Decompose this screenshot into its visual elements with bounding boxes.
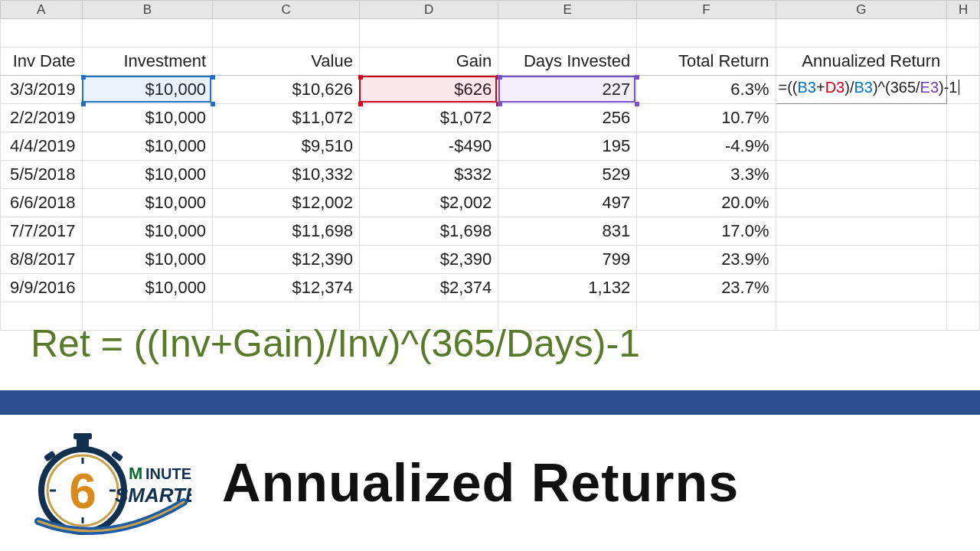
cell-B9[interactable]: $10,000 bbox=[82, 246, 213, 274]
cell-B3[interactable]: $10,000 bbox=[82, 76, 213, 104]
cell-F8[interactable]: 17.0% bbox=[637, 217, 776, 246]
col-header-H[interactable]: H bbox=[947, 1, 980, 19]
header-cell-H[interactable] bbox=[947, 47, 980, 76]
cell-E9[interactable]: 799 bbox=[498, 246, 637, 274]
cell-F6[interactable]: 3.3% bbox=[637, 161, 776, 189]
cell-C3[interactable]: $10,626 bbox=[213, 76, 360, 104]
cell-A9[interactable]: 8/8/2017 bbox=[1, 246, 83, 274]
empty-cell[interactable] bbox=[776, 19, 947, 47]
cell-A8[interactable]: 7/7/2017 bbox=[1, 217, 83, 246]
formula-caption: Ret = ((Inv+Gain)/Inv)^(365/Days)-1 bbox=[31, 321, 965, 366]
cell-A7[interactable]: 6/6/2018 bbox=[1, 189, 83, 217]
cell-A5[interactable]: 4/4/2019 bbox=[1, 132, 83, 161]
header-cell-C[interactable]: Value bbox=[213, 47, 360, 76]
cell-H6[interactable] bbox=[947, 161, 980, 189]
table-row[interactable]: 8/8/2017$10,000$12,390$2,39079923.9% bbox=[1, 246, 980, 274]
cell-A6[interactable]: 5/5/2018 bbox=[1, 161, 83, 189]
cell-E4[interactable]: 256 bbox=[498, 104, 637, 132]
cell-B6[interactable]: $10,000 bbox=[82, 161, 213, 189]
cell-D7[interactable]: $2,002 bbox=[359, 189, 498, 217]
cell-D8[interactable]: $1,698 bbox=[359, 217, 498, 246]
cell-E7[interactable]: 497 bbox=[498, 189, 637, 217]
cell-G8[interactable] bbox=[776, 217, 947, 246]
cell-G4[interactable] bbox=[776, 104, 947, 132]
cell-E8[interactable]: 831 bbox=[498, 217, 637, 246]
cell-C9[interactable]: $12,390 bbox=[213, 246, 360, 274]
cell-B10[interactable]: $10,000 bbox=[82, 274, 213, 302]
empty-cell[interactable] bbox=[637, 19, 776, 47]
cell-C10[interactable]: $12,374 bbox=[213, 274, 360, 302]
empty-cell[interactable] bbox=[82, 19, 213, 47]
cell-D3[interactable]: $626 bbox=[359, 76, 498, 104]
table-row[interactable]: 4/4/2019$10,000$9,510-$490195-4.9% bbox=[1, 132, 980, 161]
col-header-G[interactable]: G bbox=[776, 1, 947, 19]
cell-F10[interactable]: 23.7% bbox=[637, 274, 776, 302]
column-headers[interactable]: A B C D E F G H bbox=[1, 1, 980, 19]
cell-E5[interactable]: 195 bbox=[498, 132, 637, 161]
cell-B5[interactable]: $10,000 bbox=[82, 132, 213, 161]
cell-G7[interactable] bbox=[776, 189, 947, 217]
cell-H8[interactable] bbox=[947, 217, 980, 246]
header-cell-G[interactable]: Annualized Return bbox=[776, 47, 947, 76]
col-header-C[interactable]: C bbox=[213, 1, 360, 19]
table-row[interactable]: 7/7/2017$10,000$11,698$1,69883117.0% bbox=[1, 217, 980, 246]
cell-F3[interactable]: 6.3% bbox=[637, 76, 776, 104]
cell-D5[interactable]: -$490 bbox=[359, 132, 498, 161]
cell-E6[interactable]: 529 bbox=[498, 161, 637, 189]
empty-cell[interactable] bbox=[947, 19, 980, 47]
cell-G5[interactable] bbox=[776, 132, 947, 161]
empty-cell[interactable] bbox=[359, 19, 498, 47]
col-header-B[interactable]: B bbox=[82, 1, 213, 19]
empty-cell[interactable] bbox=[498, 19, 637, 47]
table-row[interactable]: 3/3/2019$10,000$10,626$6262276.3%=((B3+D… bbox=[1, 76, 980, 104]
table-row[interactable]: 9/9/2016$10,000$12,374$2,3741,13223.7% bbox=[1, 274, 980, 302]
cell-D10[interactable]: $2,374 bbox=[359, 274, 498, 302]
cell-C5[interactable]: $9,510 bbox=[213, 132, 360, 161]
table-row[interactable]: 2/2/2019$10,000$11,072$1,07225610.7% bbox=[1, 104, 980, 132]
col-header-F[interactable]: F bbox=[637, 1, 776, 19]
table-row[interactable]: 6/6/2018$10,000$12,002$2,00249720.0% bbox=[1, 189, 980, 217]
header-cell-E[interactable]: Days Invested bbox=[498, 47, 637, 76]
cell-G3[interactable]: =((B3+D3)/B3)^(365/E3)-1 bbox=[776, 76, 947, 104]
cell-D9[interactable]: $2,390 bbox=[359, 246, 498, 274]
worksheet-grid[interactable]: A B C D E F G H Inv DateInvestmentValueG… bbox=[0, 0, 980, 331]
empty-cell[interactable] bbox=[213, 19, 360, 47]
cell-A10[interactable]: 9/9/2016 bbox=[1, 274, 83, 302]
cell-B8[interactable]: $10,000 bbox=[82, 217, 213, 246]
table-row[interactable]: 5/5/2018$10,000$10,332$3325293.3% bbox=[1, 161, 980, 189]
cell-C8[interactable]: $11,698 bbox=[213, 217, 360, 246]
cell-C6[interactable]: $10,332 bbox=[213, 161, 360, 189]
cell-C7[interactable]: $12,002 bbox=[213, 189, 360, 217]
empty-cell[interactable] bbox=[1, 19, 83, 47]
cell-A4[interactable]: 2/2/2019 bbox=[1, 104, 83, 132]
cell-D6[interactable]: $332 bbox=[359, 161, 498, 189]
cell-B4[interactable]: $10,000 bbox=[82, 104, 213, 132]
cell-C4[interactable]: $11,072 bbox=[213, 104, 360, 132]
cell-H10[interactable] bbox=[947, 274, 980, 302]
cell-B7[interactable]: $10,000 bbox=[82, 189, 213, 217]
cell-F4[interactable]: 10.7% bbox=[637, 104, 776, 132]
separator-bar bbox=[0, 390, 980, 415]
cell-H7[interactable] bbox=[947, 189, 980, 217]
cell-E10[interactable]: 1,132 bbox=[498, 274, 637, 302]
header-cell-D[interactable]: Gain bbox=[359, 47, 498, 76]
cell-H4[interactable] bbox=[947, 104, 980, 132]
cell-A3[interactable]: 3/3/2019 bbox=[1, 76, 83, 104]
col-header-A[interactable]: A bbox=[1, 1, 83, 19]
cell-H9[interactable] bbox=[947, 246, 980, 274]
header-cell-B[interactable]: Investment bbox=[82, 47, 213, 76]
cell-G9[interactable] bbox=[776, 246, 947, 274]
cell-G6[interactable] bbox=[776, 161, 947, 189]
cell-D4[interactable]: $1,072 bbox=[359, 104, 498, 132]
col-header-D[interactable]: D bbox=[359, 1, 498, 19]
formula-editor[interactable]: =((B3+D3)/B3)^(365/E3)-1 bbox=[779, 79, 959, 96]
cell-F5[interactable]: -4.9% bbox=[637, 132, 776, 161]
cell-E3[interactable]: 227 bbox=[498, 76, 637, 104]
header-cell-F[interactable]: Total Return bbox=[637, 47, 776, 76]
cell-F7[interactable]: 20.0% bbox=[637, 189, 776, 217]
col-header-E[interactable]: E bbox=[498, 1, 637, 19]
cell-H5[interactable] bbox=[947, 132, 980, 161]
cell-F9[interactable]: 23.9% bbox=[637, 246, 776, 274]
header-cell-A[interactable]: Inv Date bbox=[1, 47, 83, 76]
cell-G10[interactable] bbox=[776, 274, 947, 302]
